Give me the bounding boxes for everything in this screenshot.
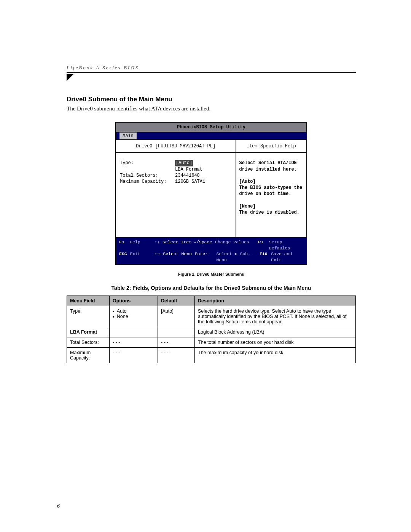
bios-lba-format: LBA Format [175,166,202,173]
bios-sectors-label: Total Sectors: [120,173,175,179]
help-line: Select Serial ATA/IDE [239,160,303,166]
help-line: drive installed here. [239,166,303,173]
bios-key-esc: ESC [119,251,130,263]
figure-caption: Figure 2. Drive0 Master Submenu [67,272,356,276]
bios-screenshot: PhoenixBIOS Setup Utility Main Drive0 [F… [115,122,307,265]
bios-footer: F1 Help ↑↓ Select Item -/Space Change Va… [116,237,306,264]
bios-key-f10: F10 [260,251,271,263]
cell-field: LBA Format [67,327,110,337]
bios-right-header: Item Specific Help [236,140,306,153]
bios-act-defaults: Setup Defaults [269,239,303,251]
bios-key-f9: F9 [258,239,269,251]
cell-default: [Auto] [158,306,195,327]
header-triangle-icon [67,74,73,81]
bios-type-label: Type: [120,160,175,166]
help-line: [None] [239,203,303,209]
th-desc: Description [195,296,356,306]
th-options: Options [110,296,158,306]
cell-options: Auto None [110,306,158,327]
table-row: LBA Format Logical Block Addressing (LBA… [67,327,356,337]
cell-desc: Selects the hard drive device type. Sele… [195,306,356,327]
fields-table: Menu Field Options Default Description T… [67,296,356,363]
cell-default: - - - [158,337,195,348]
bios-act-save: Save and Exit [271,251,303,263]
bios-maxcap-value: 120GB SATA1 [175,179,205,185]
cell-default [158,327,195,337]
svg-marker-0 [67,74,73,81]
table-row: Total Sectors: - - - - - - The total num… [67,337,356,348]
bios-tab-main: Main [119,133,137,139]
table-header-row: Menu Field Options Default Description [67,296,356,306]
cell-desc: The maximum capacity of your hard disk [195,348,356,363]
running-header: LifeBook A Series BIOS [67,65,356,73]
cell-options [110,327,158,337]
bios-left-pane: Drive0 [FUJITSU MHV2120AT PL] Type: [Aut… [116,140,236,237]
help-line: drive on boot time. [239,191,303,197]
cell-field: Maximum Capacity: [67,348,110,363]
cell-options: - - - [110,337,158,348]
bios-blank-label [120,166,175,173]
cell-options: - - - [110,348,158,363]
bios-right-pane: Item Specific Help Select Serial ATA/IDE… [236,140,306,237]
bios-key-f1: F1 [119,239,130,251]
th-default: Default [158,296,195,306]
table-row: Type: Auto None [Auto] Selects the hard … [67,306,356,327]
bios-type-value: [Auto] [175,160,193,166]
th-field: Menu Field [67,296,110,306]
help-line: [Auto] [239,179,303,185]
bios-sectors-value: 234441648 [175,173,200,179]
bios-sym-selmenu: ←→ Select Menu [155,251,195,263]
table-row: Maximum Capacity: - - - - - - The maximu… [67,348,356,363]
bios-sym-selitem: ↑↓ Select Item [155,239,194,251]
bios-sym-space: -/Space [194,239,215,251]
bios-act-change: Change Values [215,239,258,251]
option-item: None [113,314,155,319]
bios-left-header: Drive0 [FUJITSU MHV2120AT PL] [116,140,236,153]
help-line: The BIOS auto-types the [239,185,303,191]
page-number: 6 [57,503,60,509]
bios-maxcap-label: Maximum Capacity: [120,179,175,185]
cell-desc: The total number of sectors on your hard… [195,337,356,348]
bios-sym-enter: Enter [195,251,217,263]
bios-act-submenu: Select ▶ Sub-Menu [216,251,260,263]
cell-desc: Logical Block Addressing (LBA) [195,327,356,337]
cell-default: - - - [158,348,195,363]
option-item: Auto [113,308,155,314]
bios-act-exit: Exit [130,251,155,263]
document-page: LifeBook A Series BIOS Drive0 Submenu of… [0,0,411,532]
section-title: Drive0 Submenu of the Main Menu [67,96,356,103]
bios-tab-row: Main [116,133,306,139]
cell-field: Type: [67,306,110,327]
help-line: The drive is disabled. [239,209,303,216]
bios-act-help: Help [130,239,155,251]
cell-field: Total Sectors: [67,337,110,348]
section-intro-text: The Drive0 submenu identifies what ATA d… [67,105,356,112]
bios-title-bar: PhoenixBIOS Setup Utility [116,123,306,133]
table-caption: Table 2: Fields, Options and Defaults fo… [67,285,356,291]
